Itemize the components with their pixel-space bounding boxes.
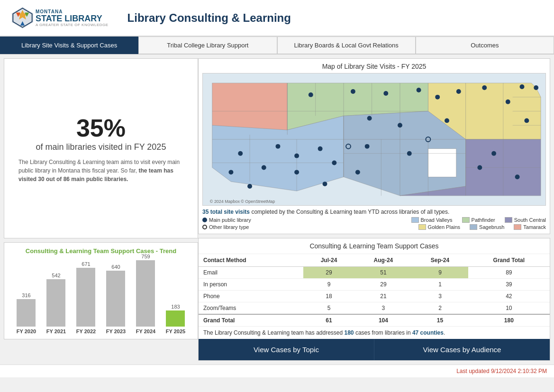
inperson-sep: 1 (412, 279, 468, 291)
visit-dot-9 (534, 85, 538, 90)
south-central-swatch (505, 217, 512, 223)
email-total: 89 (468, 267, 550, 279)
view-cases-audience-button[interactable]: View Cases by Audience (374, 339, 550, 360)
visit-dot-23 (365, 144, 370, 149)
stat-description: of main libraries visited in FY 2025 (36, 142, 166, 152)
zoom-jul: 5 (303, 302, 355, 315)
stat-body-text: The Library Consulting & Learning team a… (18, 159, 180, 182)
legend-tamarack: Tamarack (514, 224, 546, 230)
map-title: Map of Library Site Visits - FY 2025 (202, 63, 546, 70)
page-title: Library Consulting & Learning (127, 11, 291, 25)
trend-box: Consulting & Learning Team Support Cases… (4, 242, 198, 339)
map-container: © 2024 Mapbox © OpenStreetMap (202, 73, 546, 206)
phone-total: 42 (468, 291, 550, 302)
visit-dot-21 (238, 151, 243, 156)
zoom-sep: 2 (412, 302, 468, 315)
right-panel: Map of Library Site Visits - FY 2025 (198, 58, 550, 361)
legend-row-1: Main public library Broad Valleys Pathfi… (202, 217, 546, 223)
col-sep: Sep-24 (412, 254, 468, 267)
zoom-aug: 3 (354, 302, 412, 315)
visit-dot-14 (367, 116, 372, 120)
tab-outcomes[interactable]: Outcomes (416, 36, 554, 54)
visit-dot-11 (524, 118, 529, 123)
legend-other-dot (202, 225, 207, 229)
bar-year-label: FY 2022 (76, 328, 96, 334)
tab-library-boards[interactable]: Library Boards & Local Govt Relations (277, 36, 416, 54)
logo-tagline: A GREATER STATE OF KNOWLEDGE (36, 23, 109, 27)
logo-text: MONTANA STATE LIBRARY A GREATER STATE OF… (36, 9, 109, 27)
bar-group: 640FY 2023 (106, 264, 126, 334)
visit-dot-8 (520, 84, 525, 89)
visit-dot-30 (247, 184, 252, 189)
legend-main-label: Main public library (209, 217, 251, 223)
visit-dot-3 (383, 91, 388, 96)
visit-dot-27 (515, 174, 520, 179)
sagebrush-label: Sagebrush (479, 224, 504, 230)
table-row: Zoom/Teams 5 3 2 10 (199, 302, 550, 315)
visit-dot-10 (506, 100, 510, 104)
inperson-jul: 9 (303, 279, 355, 291)
inperson-aug: 29 (354, 279, 412, 291)
bar-value-label: 671 (82, 261, 90, 267)
bar-element (17, 299, 36, 327)
left-panel: 35% of main libraries visited in FY 2025… (4, 58, 198, 361)
email-aug: 51 (354, 267, 412, 279)
phone-sep: 3 (412, 291, 468, 302)
broad-valleys-swatch (411, 217, 419, 223)
legend-main-dot (202, 218, 207, 222)
view-cases-topic-button[interactable]: View Cases by Topic (199, 339, 374, 360)
visit-dot-12 (445, 118, 449, 123)
cases-title: Consulting & Learning Team Support Cases (199, 238, 550, 254)
grand-total-total: 180 (468, 314, 550, 327)
visit-dot-17 (318, 146, 323, 151)
support-table: Contact Method Jul-24 Aug-24 Sep-24 Gran… (199, 254, 550, 327)
visit-dot-22 (228, 170, 233, 174)
method-zoom: Zoom/Teams (199, 302, 303, 315)
legend-other-label: Other library type (209, 224, 249, 230)
logo-area: MONTANA STATE LIBRARY A GREATER STATE OF… (9, 5, 109, 31)
bar-value-label: 759 (141, 254, 150, 259)
stat-body: The Library Consulting & Learning team a… (14, 158, 188, 183)
col-aug: Aug-24 (354, 254, 412, 267)
nav-tabs: Library Site Visits & Support Cases Trib… (0, 36, 554, 55)
visit-dot-28 (355, 170, 360, 174)
visit-dot-18 (332, 161, 336, 165)
legend-sagebrush: Sagebrush (470, 224, 504, 230)
tab-tribal-college[interactable]: Tribal College Library Support (138, 36, 277, 54)
legend-broad-valleys: Broad Valleys (411, 217, 453, 223)
msl-logo-icon (9, 5, 36, 31)
visit-dot-6 (456, 89, 461, 94)
pathfinder-label: Pathfinder (472, 217, 495, 223)
golden-plains-swatch (418, 224, 426, 230)
grand-total-label: Grand Total (199, 314, 303, 327)
tab-site-visits[interactable]: Library Site Visits & Support Cases (0, 36, 138, 54)
col-method: Contact Method (199, 254, 303, 267)
map-box: Map of Library Site Visits - FY 2025 (198, 58, 550, 234)
legend-south-central: South Central (505, 217, 546, 223)
map-legend: 35 total site visits completed by the Co… (202, 209, 546, 230)
visit-dot-20 (262, 165, 266, 170)
visit-dot-16 (294, 154, 299, 158)
logo-montana: MONTANA (36, 9, 109, 14)
bar-year-label: FY 2023 (106, 328, 126, 334)
visit-dot-5 (435, 95, 440, 100)
trend-title-highlight: Trend (160, 247, 176, 255)
bar-year-label: FY 2024 (136, 328, 155, 334)
legend-row-2: Other library type Golden Plains Sagebru… (202, 224, 546, 230)
bar-value-label: 640 (111, 264, 120, 270)
logo-state-library: STATE LIBRARY (36, 14, 109, 23)
zoom-total: 10 (468, 302, 550, 315)
inperson-total: 39 (468, 279, 550, 291)
cases-footer: The Library Consulting & Learning team h… (199, 327, 550, 339)
col-jul: Jul-24 (303, 254, 355, 267)
white-area (428, 149, 456, 177)
visit-dot-13 (398, 123, 402, 128)
visit-dot-24 (407, 151, 412, 156)
bar-chart: 316FY 2020542FY 2021671FY 2022640FY 2023… (9, 258, 193, 334)
broad-valleys-label: Broad Valleys (421, 217, 453, 223)
bar-group: 316FY 2020 (17, 292, 36, 334)
grand-total-sep: 15 (412, 314, 468, 327)
visit-dot-25 (477, 165, 482, 170)
method-inperson: In person (199, 279, 303, 291)
grand-total-row: Grand Total 61 104 15 180 (199, 314, 550, 327)
